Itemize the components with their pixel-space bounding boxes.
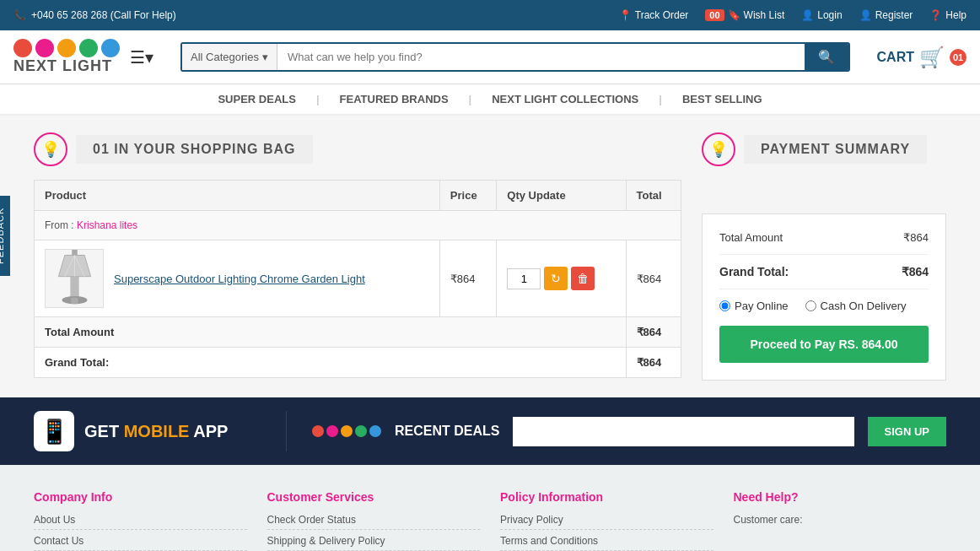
payment-divider2	[719, 289, 929, 289]
payment-total-row: Total Amount ₹864	[719, 231, 929, 244]
col-price: Price	[439, 181, 496, 211]
footer-check-order[interactable]: Check Order Status	[267, 514, 481, 530]
product-name-link[interactable]: Superscape Outdoor Lighting Chrome Garde…	[114, 273, 365, 285]
pay-online-option[interactable]: Pay Online	[719, 300, 789, 312]
table-header-row: Product Price Qty Update Total	[35, 181, 681, 211]
pay-online-radio[interactable]	[719, 300, 730, 311]
seller-info: From : Krishana lites	[35, 211, 681, 240]
mini-circle-blue	[369, 425, 381, 437]
bag-icon: 💡	[34, 132, 67, 166]
payment-box: Total Amount ₹864 Grand Total: ₹864 Pay …	[702, 213, 946, 381]
menu-icon[interactable]: ☰▾	[130, 47, 153, 68]
cash-delivery-radio[interactable]	[805, 300, 816, 311]
qty-refresh-button[interactable]: ↻	[544, 267, 568, 290]
footer-mini-logo	[312, 425, 381, 437]
signup-button[interactable]: SIGN UP	[868, 417, 946, 446]
cart-area[interactable]: CART 🛒 01	[877, 46, 967, 69]
payment-title-area: 💡 PAYMENT SUMMARY	[702, 132, 946, 166]
cart-table: Product Price Qty Update Total From : Kr…	[34, 180, 681, 378]
footer-privacy[interactable]: Privacy Policy	[500, 514, 713, 530]
wish-list-link[interactable]: 00 🔖 Wish List	[705, 9, 784, 21]
login-link[interactable]: 👤 Login	[801, 9, 842, 21]
footer-help-title: Need Help?	[734, 490, 947, 504]
nav-super-deals[interactable]: SUPER DEALS	[218, 93, 295, 105]
get-app-label: GET MOBILE APP	[84, 422, 228, 441]
mini-circle-green	[355, 425, 367, 437]
nav-best-selling[interactable]: BEST SELLING	[682, 93, 762, 105]
nav-collections[interactable]: NEXT LIGHT COLLECTIONS	[492, 93, 638, 105]
register-icon: 👤	[859, 9, 872, 21]
logo-circle-red	[13, 39, 32, 57]
mobile-app-section: 📱 GET MOBILE APP	[34, 411, 287, 451]
mini-circle-orange	[341, 425, 353, 437]
footer-help: Need Help? Customer care:	[734, 490, 947, 551]
footer: Company Info About Us Contact Us Custome…	[0, 465, 980, 551]
payment-grand-row: Grand Total: ₹864	[719, 265, 929, 278]
bag-title-area: 💡 01 IN YOUR SHOPPING BAG	[34, 132, 681, 166]
proceed-to-pay-button[interactable]: Proceed to Pay RS. 864.00	[719, 326, 929, 363]
cart-icon: 🛒	[919, 46, 945, 69]
bag-title: 01 IN YOUR SHOPPING BAG	[76, 135, 313, 164]
footer-customer: Customer Services Check Order Status Shi…	[267, 490, 481, 551]
recent-deals-section: RECENT DEALS SIGN UP	[287, 417, 946, 446]
header: NEXT LIGHT ☰▾ All Categories ▾ 🔍 CART 🛒 …	[0, 30, 980, 84]
email-signup-input[interactable]	[513, 417, 853, 446]
product-total-cell: ₹864	[626, 240, 681, 317]
payment-grand-label: Grand Total:	[719, 265, 789, 278]
top-bar: 📞 +040 65 268 268 (Call For Help) 📍 Trac…	[0, 0, 980, 30]
main-content: 💡 01 IN YOUR SHOPPING BAG Product Price …	[0, 116, 980, 397]
top-bar-links: 📍 Track Order 00 🔖 Wish List 👤 Login 👤 R…	[619, 9, 967, 21]
footer-contact-us[interactable]: Contact Us	[34, 535, 247, 551]
footer-customer-title: Customer Services	[267, 490, 481, 504]
payment-grand-value: ₹864	[902, 265, 929, 278]
qty-cell: ↻ 🗑	[497, 240, 626, 317]
logo-text: NEXT LIGHT	[13, 57, 120, 75]
table-row: Superscape Outdoor Lighting Chrome Garde…	[35, 240, 681, 317]
wish-count-badge: 00	[705, 9, 724, 21]
search-button[interactable]: 🔍	[805, 44, 848, 70]
logo-circle-blue	[101, 39, 120, 57]
chevron-down-icon: ▾	[262, 51, 268, 63]
wishlist-icon: 🔖	[728, 9, 740, 21]
payment-title: PAYMENT SUMMARY	[744, 135, 927, 164]
payment-total-label: Total Amount	[719, 231, 783, 244]
feedback-tab[interactable]: FEEDBACK	[0, 195, 10, 275]
qty-input[interactable]	[507, 268, 541, 289]
search-bar: All Categories ▾ 🔍	[180, 42, 850, 72]
payment-options: Pay Online Cash On Delivery	[719, 300, 929, 312]
phone-number: +040 65 268 268 (Call For Help)	[31, 9, 176, 21]
product-image	[45, 249, 104, 308]
seller-row: From : Krishana lites	[35, 211, 681, 240]
track-order-link[interactable]: 📍 Track Order	[619, 9, 689, 21]
qty-controls: ↻ 🗑	[507, 267, 615, 290]
search-input[interactable]	[277, 44, 805, 70]
footer-customer-care: Customer care:	[734, 514, 947, 526]
qty-delete-button[interactable]: 🗑	[571, 267, 595, 290]
lamp-svg	[51, 249, 98, 308]
footer-about-us[interactable]: About Us	[34, 514, 247, 530]
phone-icon: 📞	[13, 9, 26, 21]
product-price-cell: ₹864	[439, 240, 496, 317]
nav-featured-brands[interactable]: FEATURED BRANDS	[340, 93, 449, 105]
top-bar-phone: 📞 +040 65 268 268 (Call For Help)	[13, 9, 176, 21]
register-link[interactable]: 👤 Register	[859, 9, 913, 21]
svg-rect-0	[72, 249, 78, 255]
footer-shipping[interactable]: Shipping & Delivery Policy	[267, 535, 481, 551]
seller-link[interactable]: Krishana lites	[77, 219, 137, 231]
svg-rect-4	[71, 298, 78, 304]
logo-circle-orange	[57, 39, 76, 57]
search-category-dropdown[interactable]: All Categories ▾	[182, 44, 277, 70]
logo[interactable]: NEXT LIGHT ☰▾	[13, 39, 153, 75]
mobile-app-icon: 📱	[34, 411, 74, 451]
footer-terms[interactable]: Terms and Conditions	[500, 535, 713, 551]
grand-total-label: Grand Total:	[35, 348, 627, 378]
footer-cta: 📱 GET MOBILE APP RECENT DEALS SIGN UP	[0, 397, 980, 465]
cash-delivery-option[interactable]: Cash On Delivery	[805, 300, 907, 312]
col-qty: Qty Update	[497, 181, 626, 211]
total-amount-value: ₹864	[626, 317, 681, 348]
product-cell: Superscape Outdoor Lighting Chrome Garde…	[35, 240, 439, 316]
total-amount-row: Total Amount ₹864	[35, 317, 681, 348]
footer-policy-title: Policy Information	[500, 490, 713, 504]
footer-company: Company Info About Us Contact Us	[34, 490, 247, 551]
help-link[interactable]: ❓ Help	[929, 9, 967, 21]
